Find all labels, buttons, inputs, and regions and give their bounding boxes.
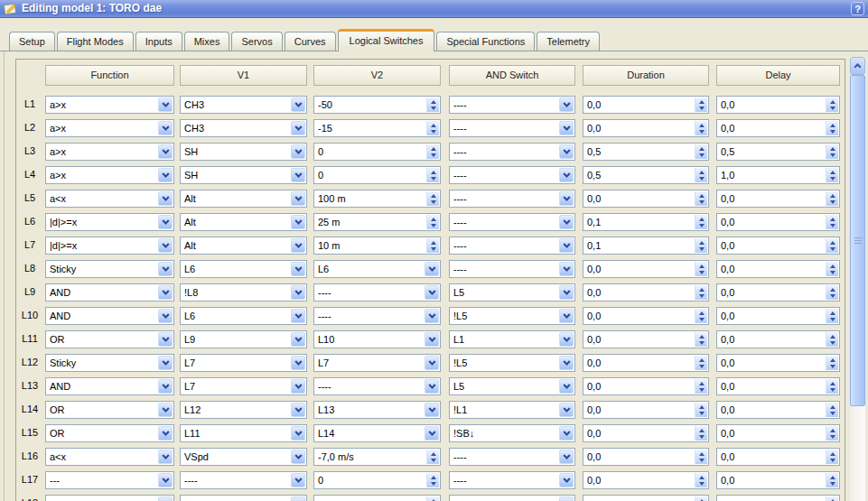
duration-spinbox[interactable]: 0,0: [583, 119, 709, 137]
tab-setup[interactable]: Setup: [9, 32, 55, 51]
up-down-arrows-icon[interactable]: [426, 496, 439, 501]
dropdown-arrow-icon[interactable]: [291, 262, 305, 276]
v2-select[interactable]: L14: [313, 424, 441, 442]
up-down-arrows-icon[interactable]: [695, 285, 707, 300]
function-select[interactable]: |d|>=x: [45, 237, 174, 255]
v1-select[interactable]: SH: [180, 166, 307, 184]
dropdown-arrow-icon[interactable]: [291, 309, 305, 323]
dropdown-arrow-icon[interactable]: [425, 309, 439, 323]
dropdown-arrow-icon[interactable]: [158, 332, 173, 347]
duration-spinbox[interactable]: 0,0: [583, 424, 709, 442]
dropdown-arrow-icon[interactable]: [158, 403, 173, 417]
function-select[interactable]: |d|>=x: [45, 213, 174, 231]
dropdown-arrow-icon[interactable]: [425, 285, 439, 300]
up-down-arrows-icon[interactable]: [826, 450, 838, 464]
scroll-up-button[interactable]: [850, 57, 865, 75]
v2-select[interactable]: ----: [313, 283, 441, 302]
dropdown-arrow-icon[interactable]: [158, 309, 173, 323]
up-down-arrows-icon[interactable]: [695, 309, 707, 323]
and-switch-select[interactable]: ----: [449, 260, 575, 278]
delay-spinbox[interactable]: 0,0: [716, 213, 840, 231]
v2-spinbox[interactable]: 0: [313, 143, 441, 161]
function-select[interactable]: a<x: [45, 190, 174, 208]
v2-spinbox[interactable]: 100 m: [313, 190, 441, 208]
duration-spinbox[interactable]: 0,1: [583, 237, 709, 255]
duration-spinbox[interactable]: 0,0: [583, 307, 709, 325]
and-switch-select[interactable]: L1: [449, 330, 575, 348]
up-down-arrows-icon[interactable]: [426, 473, 439, 487]
up-down-arrows-icon[interactable]: [695, 426, 707, 441]
up-down-arrows-icon[interactable]: [695, 97, 707, 112]
and-switch-select[interactable]: ----: [449, 213, 575, 231]
up-down-arrows-icon[interactable]: [826, 379, 838, 394]
function-select[interactable]: ---: [45, 471, 174, 489]
dropdown-arrow-icon[interactable]: [559, 356, 574, 370]
duration-spinbox[interactable]: 0,0: [583, 448, 709, 466]
function-select[interactable]: a<x: [45, 448, 174, 466]
v1-select[interactable]: L7: [180, 354, 307, 372]
up-down-arrows-icon[interactable]: [826, 215, 838, 229]
and-switch-select[interactable]: ----: [449, 119, 575, 137]
up-down-arrows-icon[interactable]: [695, 191, 707, 206]
and-switch-select[interactable]: L5: [449, 377, 575, 395]
dropdown-arrow-icon[interactable]: [158, 144, 173, 159]
up-down-arrows-icon[interactable]: [426, 238, 439, 253]
dropdown-arrow-icon[interactable]: [291, 97, 305, 112]
vertical-scrollbar[interactable]: [850, 57, 865, 501]
v1-select[interactable]: L7: [180, 377, 307, 395]
delay-spinbox[interactable]: 0,0: [716, 330, 840, 348]
dropdown-arrow-icon[interactable]: [291, 144, 305, 159]
dropdown-arrow-icon[interactable]: [425, 262, 439, 276]
dropdown-arrow-icon[interactable]: [559, 238, 574, 253]
v1-select[interactable]: L6: [180, 307, 307, 325]
tab-telemetry[interactable]: Telemetry: [537, 32, 600, 51]
dropdown-arrow-icon[interactable]: [291, 496, 305, 501]
function-select[interactable]: OR: [45, 401, 174, 419]
function-select[interactable]: Sticky: [45, 354, 174, 372]
v1-select[interactable]: Alt: [180, 237, 307, 255]
delay-spinbox[interactable]: [716, 495, 840, 501]
dropdown-arrow-icon[interactable]: [559, 121, 574, 135]
duration-spinbox[interactable]: 0,0: [583, 190, 709, 208]
up-down-arrows-icon[interactable]: [695, 332, 707, 347]
delay-spinbox[interactable]: 0,0: [716, 260, 840, 278]
v1-select[interactable]: [180, 495, 307, 501]
up-down-arrows-icon[interactable]: [695, 238, 707, 253]
and-switch-select[interactable]: ----: [449, 166, 575, 184]
dropdown-arrow-icon[interactable]: [291, 285, 305, 300]
function-select[interactable]: a>x: [45, 143, 174, 161]
up-down-arrows-icon[interactable]: [426, 121, 439, 135]
dropdown-arrow-icon[interactable]: [559, 379, 574, 394]
up-down-arrows-icon[interactable]: [826, 332, 838, 347]
up-down-arrows-icon[interactable]: [695, 168, 707, 182]
dropdown-arrow-icon[interactable]: [158, 168, 173, 182]
and-switch-select[interactable]: ----: [449, 190, 575, 208]
up-down-arrows-icon[interactable]: [826, 473, 838, 487]
dropdown-arrow-icon[interactable]: [158, 215, 173, 229]
up-down-arrows-icon[interactable]: [695, 450, 707, 464]
function-select[interactable]: AND: [45, 377, 174, 395]
delay-spinbox[interactable]: 0,0: [716, 307, 840, 325]
v1-select[interactable]: L6: [180, 260, 307, 278]
dropdown-arrow-icon[interactable]: [158, 238, 173, 253]
duration-spinbox[interactable]: 0,5: [583, 143, 709, 161]
delay-spinbox[interactable]: 0,0: [716, 401, 840, 419]
delay-spinbox[interactable]: 0,0: [716, 377, 840, 395]
and-switch-select[interactable]: L5: [449, 283, 575, 302]
delay-spinbox[interactable]: 0,0: [716, 354, 840, 372]
and-switch-select[interactable]: ----: [449, 471, 575, 489]
up-down-arrows-icon[interactable]: [826, 403, 838, 417]
function-select[interactable]: AND: [45, 307, 174, 325]
and-switch-select[interactable]: !L1: [449, 401, 575, 419]
dropdown-arrow-icon[interactable]: [559, 215, 574, 229]
dropdown-arrow-icon[interactable]: [425, 403, 439, 417]
and-switch-select[interactable]: ----: [449, 96, 575, 114]
tab-logical-switches[interactable]: Logical Switches: [338, 29, 435, 51]
v2-spinbox[interactable]: 0: [313, 471, 441, 489]
dropdown-arrow-icon[interactable]: [291, 473, 305, 487]
up-down-arrows-icon[interactable]: [695, 215, 707, 229]
dropdown-arrow-icon[interactable]: [559, 496, 574, 501]
up-down-arrows-icon[interactable]: [826, 97, 838, 112]
dropdown-arrow-icon[interactable]: [425, 356, 439, 370]
dropdown-arrow-icon[interactable]: [425, 426, 439, 441]
